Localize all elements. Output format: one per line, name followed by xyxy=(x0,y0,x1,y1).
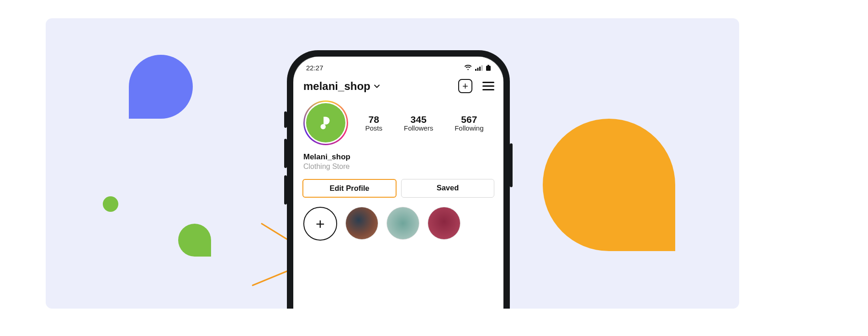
highlight-item[interactable] xyxy=(345,207,378,240)
phone-side-button xyxy=(284,175,287,205)
chevron-down-icon xyxy=(373,83,381,90)
saved-button[interactable]: Saved xyxy=(401,179,494,198)
profile-action-buttons: Edit Profile Saved xyxy=(293,173,503,199)
wifi-icon xyxy=(464,65,472,71)
highlight-item[interactable] xyxy=(386,207,419,240)
status-time: 22:27 xyxy=(306,64,323,72)
decorative-shape-orange xyxy=(543,119,675,251)
story-highlights-row: + xyxy=(293,199,503,241)
profile-category: Clothing Store xyxy=(303,163,493,171)
stat-followers-label: Followers xyxy=(404,124,433,132)
profile-avatar[interactable] xyxy=(303,100,348,145)
phone-side-button xyxy=(284,139,287,168)
svg-rect-5 xyxy=(475,69,476,71)
phone-side-button xyxy=(284,111,287,128)
profile-display-name: Melani_shop xyxy=(303,152,493,162)
status-bar: 22:27 xyxy=(293,57,503,74)
decorative-shape-green-small xyxy=(178,224,211,257)
phone-side-button xyxy=(510,143,513,187)
menu-button[interactable] xyxy=(482,82,494,90)
battery-icon xyxy=(486,65,491,71)
svg-rect-9 xyxy=(487,65,489,66)
profile-header: melani_shop xyxy=(293,74,503,97)
stat-posts-label: Posts xyxy=(365,124,382,132)
stat-following-label: Following xyxy=(455,124,483,132)
status-icons xyxy=(464,65,491,71)
svg-point-11 xyxy=(321,124,326,129)
username-text: melani_shop xyxy=(303,80,370,93)
profile-bio: Melani_shop Clothing Store xyxy=(293,148,503,173)
stat-followers[interactable]: 345 Followers xyxy=(404,114,433,132)
signal-icon xyxy=(475,65,483,71)
highlight-item[interactable] xyxy=(428,207,460,240)
avatar-logo-icon xyxy=(317,114,334,131)
edit-profile-button[interactable]: Edit Profile xyxy=(302,179,397,198)
stat-posts[interactable]: 78 Posts xyxy=(365,114,382,132)
svg-line-1 xyxy=(253,269,291,285)
illustration-canvas: 22:27 melani_shop xyxy=(46,18,739,309)
svg-rect-6 xyxy=(477,68,479,71)
profile-stats-row: 78 Posts 345 Followers 567 Following xyxy=(293,97,503,148)
stat-following[interactable]: 567 Following xyxy=(455,114,483,132)
stat-followers-count: 345 xyxy=(404,114,433,125)
phone-frame: 22:27 melani_shop xyxy=(287,50,510,309)
stat-following-count: 567 xyxy=(455,114,483,125)
username-switcher[interactable]: melani_shop xyxy=(303,80,381,93)
svg-rect-10 xyxy=(486,66,491,71)
decorative-shape-green-dot xyxy=(103,196,118,212)
stat-posts-count: 78 xyxy=(365,114,382,125)
create-post-button[interactable] xyxy=(458,79,472,93)
add-highlight-button[interactable]: + xyxy=(303,207,337,241)
svg-rect-7 xyxy=(479,67,481,71)
phone-screen: 22:27 melani_shop xyxy=(293,57,503,309)
svg-rect-8 xyxy=(482,65,483,71)
decorative-shape-purple xyxy=(129,55,193,119)
